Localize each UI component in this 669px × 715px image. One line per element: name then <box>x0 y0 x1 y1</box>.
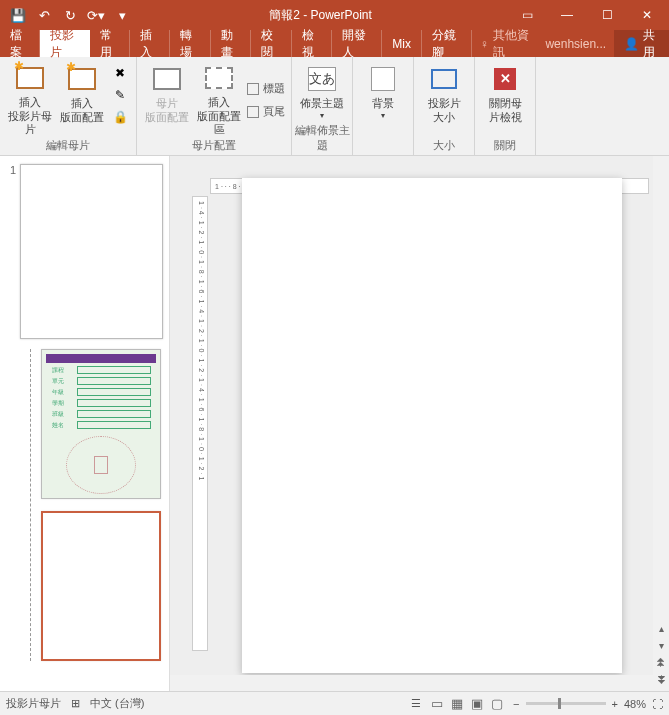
background-label: 背景 <box>372 97 394 111</box>
zoom-out-button[interactable]: − <box>513 698 519 710</box>
layout-thumbnails: 課程 單元 年級 學期 班級 姓名 <box>30 349 163 661</box>
ribbon-display-options-button[interactable]: ▭ <box>507 0 547 30</box>
tab-file[interactable]: 檔案 <box>0 30 40 57</box>
scroll-up-icon[interactable]: ▴ <box>659 623 664 634</box>
master-layout-button: 母片 版面配置 <box>143 61 191 137</box>
tell-me[interactable]: ♀ 其他資訊 <box>472 30 537 57</box>
lg-box <box>77 421 151 429</box>
view-name: 投影片母片 <box>6 696 61 711</box>
work-area: 1 課程 單元 年級 學期 班級 姓名 1···8···1···6···1···… <box>0 156 669 691</box>
horizontal-scrollbar[interactable] <box>170 675 653 691</box>
insert-layout-button[interactable]: 插入 版面配置 <box>58 61 106 137</box>
zoom-level[interactable]: 48% <box>624 698 646 710</box>
view-switcher: ▭ ▦ ▣ ▢ <box>431 696 503 711</box>
next-slide-icon[interactable]: ⯯ <box>656 674 666 685</box>
title-bar: 💾 ↶ ↻ ⟳▾ ▾ 簡報2 - PowerPoint ▭ — ☐ ✕ <box>0 0 669 30</box>
background-icon <box>371 63 395 95</box>
slideshow-view-button[interactable]: ▢ <box>491 696 503 711</box>
group-edit-master-label: 編輯母片 <box>0 138 136 153</box>
insert-placeholder-button[interactable]: 插入 版面配置區 <box>195 61 243 137</box>
tab-home[interactable]: 常用 <box>90 30 130 57</box>
insert-slide-master-button[interactable]: 插入 投影片母片 <box>6 61 54 137</box>
tab-view[interactable]: 檢視 <box>292 30 332 57</box>
zoom-controls: − + 48% ⛶ <box>513 698 663 710</box>
insert-slide-master-label: 插入 投影片母片 <box>6 96 54 137</box>
undo-button[interactable]: ↶ <box>32 3 56 27</box>
theme-icon: 文あ <box>308 63 336 95</box>
vertical-ruler[interactable]: 1·4·1·2·1·0·1·8·1·6·1·4·1·2·1·0·1·2·1·4·… <box>192 196 208 651</box>
preserve-button[interactable]: 🔒 <box>110 107 130 127</box>
redo-button[interactable]: ↻ <box>58 3 82 27</box>
notes-icon[interactable]: ☰ <box>411 697 421 710</box>
delete-button[interactable]: ✖ <box>110 63 130 83</box>
placeholder-icon <box>205 63 233 94</box>
window-controls: ▭ — ☐ ✕ <box>507 0 667 30</box>
tab-mix[interactable]: Mix <box>382 30 422 57</box>
master-layout-label: 母片 版面配置 <box>145 97 189 125</box>
tab-storyboard[interactable]: 分鏡腳 <box>422 30 472 57</box>
footer-check-label: 頁尾 <box>263 104 285 119</box>
lg-r3: 年級 <box>52 388 74 396</box>
insert-layout-label: 插入 版面配置 <box>60 97 104 125</box>
accessibility-icon[interactable]: ⊞ <box>71 697 80 710</box>
rename-button[interactable]: ✎ <box>110 85 130 105</box>
thumbnails-pane[interactable]: 1 課程 單元 年級 學期 班級 姓名 <box>0 156 170 691</box>
share-button[interactable]: 👤 共用 <box>614 30 669 57</box>
close-master-view-button[interactable]: ✕ 關閉母 片檢視 <box>481 61 529 137</box>
tab-developer[interactable]: 開發人 <box>332 30 382 57</box>
ribbon-tabs: 檔案 投影片 常用 插入 轉場 動畫 校閱 檢視 開發人 Mix 分鏡腳 ♀ 其… <box>0 30 669 57</box>
themes-label: 佈景主題 <box>300 97 344 111</box>
master-layout-icon <box>153 63 181 95</box>
user-account[interactable]: wenhsien... <box>537 30 614 57</box>
fit-to-window-button[interactable]: ⛶ <box>652 698 663 710</box>
lg-box <box>77 410 151 418</box>
group-master-layout: 母片 版面配置 插入 版面配置區 標題 頁尾 母片配置 <box>137 57 292 155</box>
qat-customize-button[interactable]: ▾ <box>110 3 134 27</box>
group-size-label: 大小 <box>414 138 474 153</box>
zoom-slider[interactable] <box>526 702 606 705</box>
layout-thumbnail-1[interactable]: 課程 單元 年級 學期 班級 姓名 <box>41 349 161 499</box>
group-close: ✕ 關閉母 片檢視 關閉 <box>475 57 536 155</box>
insert-placeholder-label: 插入 版面配置區 <box>195 96 243 137</box>
photo-circle <box>66 436 136 494</box>
minimize-button[interactable]: — <box>547 0 587 30</box>
layout1-header <box>46 354 156 363</box>
master-slide-row: 1 <box>6 164 163 339</box>
footer-checkbox[interactable]: 頁尾 <box>247 104 285 119</box>
slide-canvas[interactable] <box>242 178 622 673</box>
tab-transitions[interactable]: 轉場 <box>170 30 210 57</box>
tab-animations[interactable]: 動畫 <box>211 30 251 57</box>
language-indicator[interactable]: 中文 (台灣) <box>90 696 144 711</box>
lg-box <box>77 366 151 374</box>
layout-checks: 標題 頁尾 <box>247 61 285 137</box>
slide-size-button[interactable]: 投影片 大小 <box>420 61 468 137</box>
quick-access-toolbar: 💾 ↶ ↻ ⟳▾ ▾ <box>2 3 134 27</box>
maximize-button[interactable]: ☐ <box>587 0 627 30</box>
zoom-in-button[interactable]: + <box>612 698 618 710</box>
sorter-view-button[interactable]: ▦ <box>451 696 463 711</box>
tab-insert[interactable]: 插入 <box>130 30 170 57</box>
lg-r5: 班級 <box>52 410 74 418</box>
lg-r2: 單元 <box>52 377 74 385</box>
group-edit-theme-label: 編輯佈景主題 <box>292 123 352 153</box>
reading-view-button[interactable]: ▣ <box>471 696 483 711</box>
prev-slide-icon[interactable]: ⯭ <box>656 657 666 668</box>
master-thumbnail[interactable] <box>20 164 163 339</box>
group-edit-theme: 文あ 佈景主題▾ 編輯佈景主題 <box>292 57 353 155</box>
start-from-beginning-button[interactable]: ⟳▾ <box>84 3 108 27</box>
layout-icon <box>68 63 96 95</box>
group-master-layout-label: 母片配置 <box>137 138 291 153</box>
vertical-scrollbar[interactable]: ▴ ▾ ⯭ ⯯ <box>653 156 669 691</box>
tab-review[interactable]: 校閱 <box>251 30 291 57</box>
master-number: 1 <box>6 164 20 339</box>
title-checkbox[interactable]: 標題 <box>247 81 285 96</box>
scroll-down-icon[interactable]: ▾ <box>659 640 664 651</box>
save-button[interactable]: 💾 <box>6 3 30 27</box>
close-button[interactable]: ✕ <box>627 0 667 30</box>
window-title: 簡報2 - PowerPoint <box>134 7 507 24</box>
tab-slide-master[interactable]: 投影片 <box>40 30 89 57</box>
normal-view-button[interactable]: ▭ <box>431 696 443 711</box>
lg-box <box>77 388 151 396</box>
background-button[interactable]: 背景▾ <box>359 61 407 137</box>
layout-thumbnail-2[interactable] <box>41 511 161 661</box>
